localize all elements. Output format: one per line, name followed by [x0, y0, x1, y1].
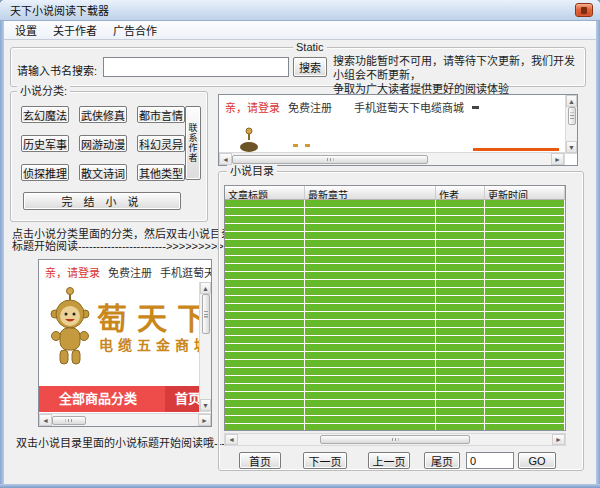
table-cell	[485, 312, 565, 319]
scroll-right-icon[interactable]: ►	[198, 414, 211, 426]
categories-group-label: 小说分类:	[17, 85, 70, 97]
table-cell	[436, 416, 485, 423]
table-cell	[436, 272, 485, 279]
table-cell	[485, 384, 565, 391]
table-cell	[305, 392, 436, 399]
table-row[interactable]	[225, 360, 565, 368]
table-row[interactable]	[225, 368, 565, 376]
category-button-game-anime[interactable]: 网游动漫	[79, 135, 127, 152]
left-ad-horizontal-scrollbar[interactable]: ◄ ►	[39, 413, 211, 426]
table-row[interactable]	[225, 288, 565, 296]
first-page-button[interactable]: 首页	[239, 452, 281, 469]
table-cell	[485, 224, 565, 231]
left-ad-register-link[interactable]: 免费注册	[108, 264, 152, 280]
table-row[interactable]	[225, 256, 565, 264]
scroll-down-icon[interactable]: ▼	[200, 399, 211, 411]
right-ad-vertical-scrollbar[interactable]: ▲ ▼	[565, 95, 577, 154]
table-cell	[225, 400, 305, 407]
right-ad-login-link[interactable]: 亲，请登录	[225, 99, 280, 115]
table-row[interactable]	[225, 424, 565, 431]
category-button-other[interactable]: 其他类型	[137, 164, 185, 181]
menu-item-about-author[interactable]: 关于作者	[46, 20, 104, 40]
left-ad-home-tab[interactable]: 首页	[165, 386, 200, 412]
table-cell	[305, 424, 436, 431]
scroll-left-icon[interactable]: ◄	[225, 434, 238, 445]
column-header-update-time[interactable]: 更新时间	[485, 186, 565, 200]
table-row[interactable]	[225, 248, 565, 256]
table-row[interactable]	[225, 312, 565, 320]
table-row[interactable]	[225, 416, 565, 424]
catalog-hscroll-thumb[interactable]	[320, 435, 470, 444]
scroll-left-icon[interactable]: ◄	[219, 153, 232, 165]
table-row[interactable]	[225, 280, 565, 288]
search-input[interactable]	[103, 57, 289, 77]
right-ad-register-link[interactable]: 免费注册	[288, 99, 332, 115]
column-header-latest-chapter[interactable]: 最新章节	[305, 186, 436, 200]
page-number-input[interactable]	[466, 452, 514, 469]
left-ad-hscroll-thumb[interactable]	[52, 416, 86, 425]
search-button[interactable]: 搜索	[293, 57, 327, 77]
catalog-horizontal-scrollbar[interactable]: ◄ ►	[224, 433, 566, 446]
next-page-button[interactable]: 下一页	[303, 452, 347, 469]
table-row[interactable]	[225, 240, 565, 248]
finished-novels-button[interactable]: 完 结 小 说	[23, 192, 181, 210]
table-row[interactable]	[225, 384, 565, 392]
category-button-scifi[interactable]: 科幻灵异	[137, 135, 185, 152]
scroll-left-icon[interactable]: ◄	[39, 414, 52, 426]
close-button[interactable]	[575, 3, 593, 17]
table-row[interactable]	[225, 224, 565, 232]
table-row[interactable]	[225, 272, 565, 280]
table-row[interactable]	[225, 304, 565, 312]
last-page-button[interactable]: 尾页	[424, 452, 460, 469]
table-row[interactable]	[225, 376, 565, 384]
left-ad-vertical-scrollbar[interactable]: ▲ ▼	[199, 282, 211, 412]
menu-item-settings[interactable]: 设置	[8, 20, 44, 40]
scroll-down-icon[interactable]: ▼	[566, 141, 577, 153]
left-ad-login-link[interactable]: 亲，请登录	[45, 264, 100, 280]
right-ad-mobile-link[interactable]: 手机逛萄天下电缆商城	[354, 99, 464, 115]
category-button-history[interactable]: 历史军事	[21, 135, 69, 152]
table-row[interactable]	[225, 216, 565, 224]
table-row[interactable]	[225, 352, 565, 360]
column-header-author[interactable]: 作者	[436, 186, 485, 200]
category-button-urban[interactable]: 都市言情	[137, 106, 185, 123]
contact-author-button[interactable]: 联系作者	[185, 106, 201, 180]
left-ad-category-bar[interactable]: 全部商品分类 首页	[39, 386, 200, 412]
table-cell	[225, 392, 305, 399]
table-row[interactable]	[225, 320, 565, 328]
menu-item-ad-cooperation[interactable]: 广告合作	[106, 20, 164, 40]
table-row[interactable]	[225, 208, 565, 216]
table-row[interactable]	[225, 400, 565, 408]
go-button[interactable]: GO	[518, 452, 556, 469]
table-row[interactable]	[225, 200, 565, 208]
category-button-fantasy[interactable]: 玄幻魔法	[21, 106, 69, 123]
table-row[interactable]	[225, 328, 565, 336]
scroll-up-icon[interactable]: ▲	[200, 282, 211, 294]
category-button-detective[interactable]: 侦探推理	[21, 164, 69, 181]
scroll-up-icon[interactable]: ▲	[566, 95, 577, 107]
table-cell	[305, 200, 436, 207]
table-row[interactable]	[225, 408, 565, 416]
right-ad-horizontal-scrollbar[interactable]: ◄ ►	[219, 152, 565, 165]
table-row[interactable]	[225, 232, 565, 240]
scroll-right-icon[interactable]: ►	[551, 153, 564, 165]
search-group-label: Static	[293, 41, 327, 53]
category-button-prose[interactable]: 散文诗词	[79, 164, 127, 181]
category-button-wuxia[interactable]: 武侠修真	[79, 106, 127, 123]
table-cell	[436, 344, 485, 351]
prev-page-button[interactable]: 上一页	[368, 452, 410, 469]
left-ad-mobile-link[interactable]: 手机逛萄天下电缆商城	[160, 264, 211, 280]
title-bar[interactable]: 天下小说阅读下载器	[0, 0, 600, 21]
table-cell	[436, 336, 485, 343]
left-ad-vscroll-thumb[interactable]	[202, 294, 210, 334]
column-header-title[interactable]: 文章标题	[225, 186, 305, 200]
table-cell	[436, 232, 485, 239]
table-row[interactable]	[225, 264, 565, 272]
table-row[interactable]	[225, 296, 565, 304]
right-ad-vscroll-thumb[interactable]	[568, 107, 576, 125]
table-row[interactable]	[225, 344, 565, 352]
table-row[interactable]	[225, 336, 565, 344]
scroll-right-icon[interactable]: ►	[552, 434, 565, 445]
table-row[interactable]	[225, 392, 565, 400]
right-ad-hscroll-thumb[interactable]	[232, 155, 428, 164]
